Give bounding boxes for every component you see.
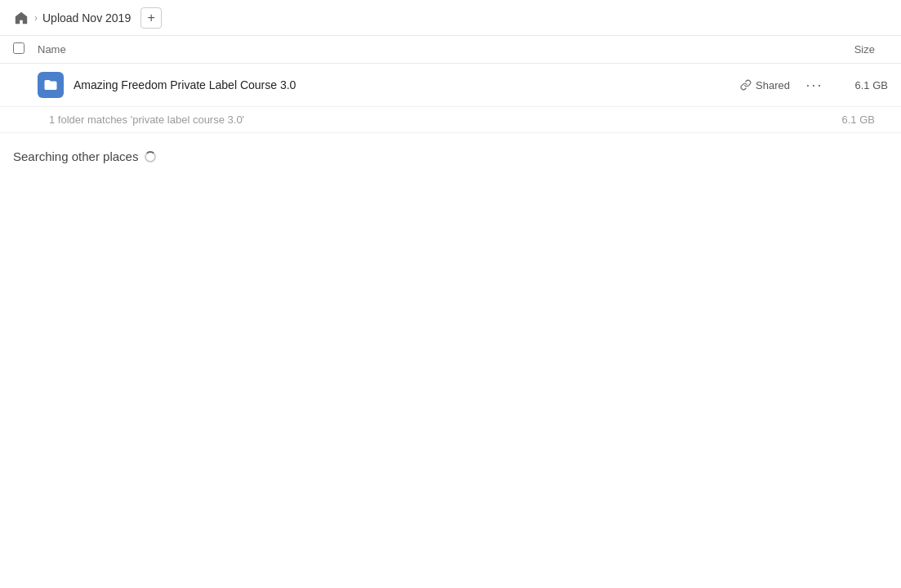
shared-label: Shared bbox=[756, 79, 790, 91]
file-row[interactable]: Amazing Freedom Private Label Course 3.0… bbox=[0, 64, 901, 107]
match-info-row: 1 folder matches 'private label course 3… bbox=[0, 107, 901, 133]
match-info-text: 1 folder matches 'private label course 3… bbox=[49, 114, 842, 126]
checkbox-input[interactable] bbox=[13, 42, 25, 54]
searching-section: Searching other places bbox=[0, 133, 901, 173]
file-size: 6.1 GB bbox=[839, 79, 888, 91]
add-button[interactable]: + bbox=[141, 7, 162, 29]
searching-label: Searching other places bbox=[13, 149, 888, 163]
loading-spinner bbox=[145, 151, 156, 163]
select-all-checkbox[interactable] bbox=[13, 42, 38, 56]
name-column-header: Name bbox=[38, 43, 823, 56]
size-column-header: Size bbox=[823, 43, 888, 56]
match-info-size: 6.1 GB bbox=[842, 114, 888, 126]
link-icon bbox=[740, 79, 752, 91]
more-options-button[interactable]: ··· bbox=[803, 74, 826, 96]
searching-text: Searching other places bbox=[13, 149, 138, 163]
file-name: Amazing Freedom Private Label Course 3.0 bbox=[74, 78, 740, 91]
folder-icon bbox=[38, 72, 64, 98]
breadcrumb-bar: › Upload Nov 2019 + bbox=[0, 0, 901, 36]
column-headers: Name Size bbox=[0, 36, 901, 64]
home-icon[interactable] bbox=[13, 10, 29, 26]
breadcrumb-folder-name: Upload Nov 2019 bbox=[42, 11, 131, 24]
shared-badge: Shared bbox=[740, 79, 790, 91]
breadcrumb-chevron: › bbox=[34, 12, 38, 24]
